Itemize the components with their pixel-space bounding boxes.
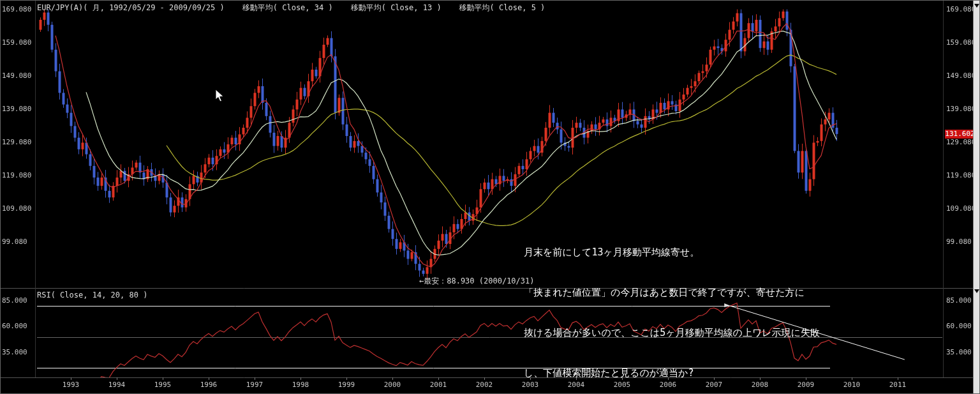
price-tick-label-right: 139.080: [946, 105, 976, 113]
rsi-panel-title[interactable]: RSI( Close, 14, 20, 80 ): [37, 291, 147, 299]
rsi-tick-label-left: 60.000: [2, 322, 27, 330]
low-price-annotation: ←最安：88.930 (2000/10/31): [419, 276, 535, 287]
rsi-tick-label-right: 60.000: [946, 322, 972, 330]
chart-header: EUR/JPY(A)( 月, 1992/05/29 - 2009/09/25 )…: [37, 3, 545, 13]
year-label: 2002: [473, 381, 496, 389]
trading-chart-window: EUR/JPY(A)( 月, 1992/05/29 - 2009/09/25 )…: [0, 0, 980, 394]
current-price-badge: 131.602: [945, 130, 975, 139]
rsi-tick-label-left: 85.000: [2, 297, 27, 305]
annotation-line: 月末を前にして13ヶ月移動平均線寄せ。: [524, 246, 820, 259]
price-tick-label-left: 159.080: [2, 39, 31, 47]
year-label: 1996: [197, 381, 220, 389]
year-label: 1998: [289, 381, 312, 389]
annotation-line: し、下値模索開始たと見るのが適当か?: [524, 367, 820, 380]
annotation-line: 「挟まれた値位置」の今月はあと数日で終了ですが、寄せた方に: [524, 286, 820, 299]
mouse-cursor-icon: [215, 89, 225, 103]
year-label: 1995: [151, 381, 174, 389]
year-label: 1997: [243, 381, 266, 389]
price-tick-label-right: 149.080: [946, 72, 976, 80]
price-tick-label-left: 99.080: [2, 238, 27, 246]
price-tick-label-left: 129.080: [2, 139, 31, 146]
rsi-tick-label-left: 35.000: [2, 349, 27, 356]
price-chart-canvas[interactable]: [1, 1, 980, 394]
rsi-tick-label-right: 35.000: [946, 349, 972, 356]
annotation-line: 抜ける場合が多いので、ここは5ヶ月移動平均線の上ワレ示現に失敗: [524, 326, 820, 340]
price-tick-label-right: 129.080: [946, 139, 976, 146]
year-label: 1994: [105, 381, 128, 389]
year-label: 1999: [335, 381, 358, 389]
price-tick-label-left: 139.080: [2, 105, 31, 113]
scrollbar-arrow-rsi-icon[interactable]: [974, 289, 979, 293]
right-scrollbar[interactable]: [973, 1, 979, 394]
year-label: 2010: [840, 381, 863, 389]
analysis-annotation: 月末を前にして13ヶ月移動平均線寄せ。 「挟まれた値位置」の今月はあと数日で終了…: [524, 219, 820, 394]
price-tick-label-right: 169.080: [946, 6, 976, 13]
symbol-title: EUR/JPY(A)( 月, 1992/05/29 - 2009/09/25 ): [37, 3, 225, 13]
price-tick-label-right: 99.080: [946, 238, 972, 246]
indicator-label-ma13[interactable]: 移動平均( Close, 13 ): [351, 3, 442, 13]
price-tick-label-left: 109.080: [2, 205, 31, 213]
price-tick-label-left: 149.080: [2, 72, 31, 80]
indicator-label-ma5[interactable]: 移動平均( Close, 5 ): [459, 3, 546, 13]
price-tick-label-left: 119.080: [2, 172, 31, 179]
year-label: 1993: [59, 381, 82, 389]
year-label: 2011: [886, 381, 909, 389]
rsi-tick-label-right: 85.000: [946, 297, 972, 305]
year-label: 2000: [381, 381, 404, 389]
price-tick-label-left: 169.080: [2, 6, 31, 13]
price-tick-label-right: 159.080: [946, 39, 976, 47]
scrollbar-arrow-main-icon[interactable]: [974, 4, 979, 8]
price-tick-label-right: 109.080: [946, 205, 976, 213]
price-tick-label-right: 119.080: [946, 172, 976, 179]
year-label: 2001: [427, 381, 450, 389]
indicator-label-ma34[interactable]: 移動平均( Close, 34 ): [242, 3, 333, 13]
